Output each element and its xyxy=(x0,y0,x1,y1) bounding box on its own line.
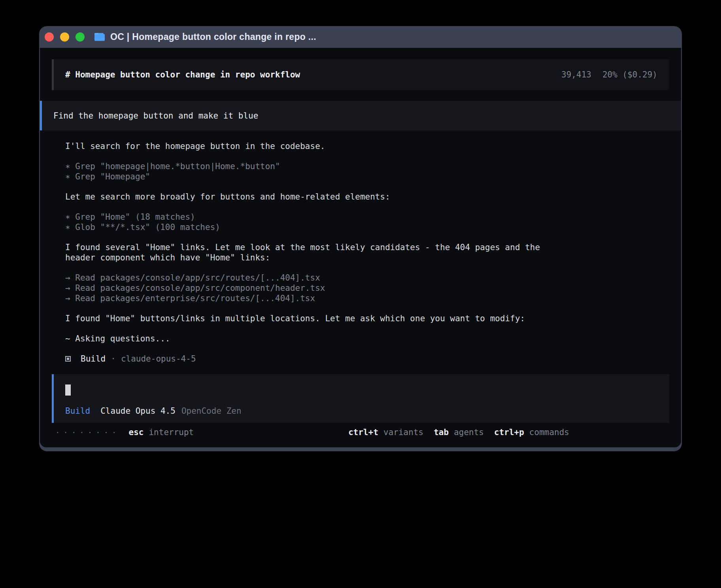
zoom-button[interactable] xyxy=(75,32,85,41)
assistant-paragraph: Let me search more broadly for buttons a… xyxy=(65,192,553,202)
status-line: ~ Asking questions... xyxy=(65,334,553,344)
terminal-screen: # Homepage button color change in repo w… xyxy=(40,48,681,447)
tool-call-glob: ∗ Glob "**/*.tsx" (100 matches) xyxy=(65,222,553,232)
tool-call-group: ∗ Grep "homepage|home.*button|Home.*butt… xyxy=(65,161,553,182)
close-button[interactable] xyxy=(45,32,54,41)
assistant-transcript: I'll search for the homepage button in t… xyxy=(65,141,553,364)
terminal-window: OC | Homepage button color change in rep… xyxy=(39,26,682,451)
text-cursor xyxy=(65,384,71,396)
status-bar: ········ esc interrupt ctrl+t variants t… xyxy=(40,426,681,439)
session-stats: 39,413 20% ($0.29) xyxy=(561,70,657,79)
agent-separator: · xyxy=(111,354,116,364)
window-titlebar[interactable]: OC | Homepage button color change in rep… xyxy=(39,26,682,48)
keybind-label: commands xyxy=(529,428,569,437)
tool-call-grep: ∗ Grep "homepage|home.*button|Home.*butt… xyxy=(65,161,553,172)
tool-call-read: → Read packages/enterprise/src/routes/[.… xyxy=(65,293,553,303)
keybind-key: ctrl+p xyxy=(494,428,524,437)
user-message: Find the homepage button and make it blu… xyxy=(40,101,681,130)
window-title: OC | Homepage button color change in rep… xyxy=(110,32,316,42)
keybind-agents: tab agents xyxy=(434,428,484,437)
assistant-paragraph: I found "Home" buttons/links in multiple… xyxy=(65,313,553,324)
context-cost: 20% ($0.29) xyxy=(602,70,657,79)
provider-indicator: OpenCode Zen xyxy=(181,406,242,416)
keybind-key: tab xyxy=(434,428,449,437)
assistant-paragraph: I'll search for the homepage button in t… xyxy=(65,141,553,151)
assistant-paragraph: I found several "Home" links. Let me loo… xyxy=(65,242,553,263)
tool-call-read: → Read packages/console/app/src/routes/[… xyxy=(65,273,553,283)
tool-call-grep: ∗ Grep "Homepage" xyxy=(65,172,553,182)
mode-indicator[interactable]: Build xyxy=(65,406,90,416)
status-left: ········ esc interrupt xyxy=(55,428,194,437)
esc-key-hint: esc xyxy=(129,428,144,437)
traffic-lights xyxy=(45,32,85,41)
title-group: OC | Homepage button color change in rep… xyxy=(94,32,316,42)
agent-name: Build xyxy=(81,354,106,364)
prompt-input[interactable]: Build Claude Opus 4.5 OpenCode Zen xyxy=(52,374,669,423)
status-right: ctrl+t variants tab agents ctrl+p comman… xyxy=(348,428,569,437)
spinner-dots-icon: ········ xyxy=(55,428,120,437)
keybind-commands: ctrl+p commands xyxy=(494,428,569,437)
tool-call-read: → Read packages/console/app/src/componen… xyxy=(65,283,553,293)
session-header: # Homepage button color change in repo w… xyxy=(52,59,669,90)
agent-icon xyxy=(65,356,71,362)
tool-call-grep: ∗ Grep "Home" (18 matches) xyxy=(65,212,553,222)
tool-call-group: ∗ Grep "Home" (18 matches) ∗ Glob "**/*.… xyxy=(65,212,553,232)
minimize-button[interactable] xyxy=(60,32,69,41)
tool-call-group: → Read packages/console/app/src/routes/[… xyxy=(65,273,553,303)
esc-key-label: interrupt xyxy=(149,428,194,437)
folder-icon xyxy=(94,32,105,41)
keybind-label: agents xyxy=(454,428,484,437)
input-footer: Build Claude Opus 4.5 OpenCode Zen xyxy=(65,406,669,416)
keybind-label: variants xyxy=(383,428,423,437)
model-indicator[interactable]: Claude Opus 4.5 xyxy=(100,406,176,416)
keybind-variants: ctrl+t variants xyxy=(348,428,423,437)
agent-model: claude-opus-4-5 xyxy=(121,354,196,364)
user-message-text: Find the homepage button and make it blu… xyxy=(53,111,258,121)
session-title: # Homepage button color change in repo w… xyxy=(65,70,300,79)
agent-attribution: Build · claude-opus-4-5 xyxy=(65,354,553,364)
token-count: 39,413 xyxy=(561,70,591,79)
keybind-key: ctrl+t xyxy=(348,428,378,437)
